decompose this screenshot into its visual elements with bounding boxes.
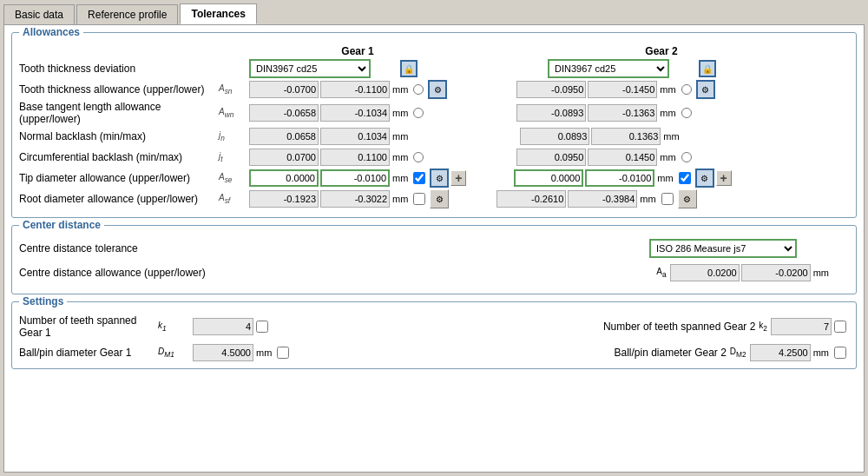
main-content: Allowances Gear 1 Gear 2 Tooth thickness… (3, 24, 865, 473)
g1-rd-gear-btn[interactable]: ⚙ (430, 189, 449, 208)
g2-teeth-checkbox[interactable] (834, 321, 846, 333)
gear-icon-6: ⚙ (683, 195, 691, 204)
g1-td-gear-btn[interactable]: ⚙ (430, 169, 449, 188)
g2-tta-upper[interactable] (516, 81, 586, 98)
g2-td-plus-btn[interactable]: + (716, 170, 732, 186)
g2-tta-radio[interactable] (681, 84, 692, 95)
g1-cb-unit: mm (392, 152, 408, 162)
cd-allowance-sublabel: Aa (656, 267, 666, 279)
g1-ball-input[interactable] (193, 344, 253, 361)
g2-cb-max[interactable] (588, 149, 657, 166)
settings-section: Settings Number of teeth spanned Gear 1 … (11, 301, 857, 369)
g1-cb-min[interactable] (249, 149, 319, 166)
tab-reference-profile[interactable]: Reference profile (76, 4, 178, 24)
tab-basic-data[interactable]: Basic data (3, 4, 75, 24)
g2-ball-checkbox[interactable] (834, 347, 846, 359)
gear-icon-4: ⚙ (700, 174, 708, 183)
g1-nb-unit: mm (392, 131, 408, 142)
g1-td-lower[interactable] (320, 169, 390, 187)
g2-cb-min[interactable] (516, 149, 586, 166)
g2-btl-unit: mm (660, 108, 675, 118)
tip-diameter-label: Tip diameter allowance (upper/lower) (19, 172, 219, 184)
tooth-thickness-deviation-row: Tooth thickness deviation DIN3967 cd25 🔒… (19, 59, 849, 78)
lock-symbol-2: 🔒 (702, 64, 713, 74)
root-diameter-label: Root diameter allowance (upper/lower) (19, 193, 219, 205)
gear2-header: Gear 2 (553, 45, 770, 57)
g1-btl-radio[interactable] (413, 108, 424, 118)
g1-btl-lower[interactable] (320, 104, 390, 122)
g1-tta-lower[interactable] (320, 81, 390, 98)
cd-allowance-lower[interactable] (741, 264, 811, 281)
g2-ball-input[interactable] (750, 344, 811, 361)
g2-cb-radio[interactable] (681, 152, 692, 162)
g2-td-unit: mm (657, 173, 673, 183)
g1-rd-checkbox[interactable] (413, 193, 425, 205)
g1-tta-radio[interactable] (413, 84, 424, 95)
g1-nb-max[interactable] (320, 128, 390, 145)
gear1-deviation-dropdown[interactable]: DIN3967 cd25 (249, 59, 371, 78)
g2-td-lower[interactable] (585, 169, 654, 187)
g1-ball-checkbox[interactable] (277, 347, 289, 359)
tab-bar: Basic data Reference profile Tolerances (0, 0, 868, 24)
g1-rd-unit: mm (392, 194, 408, 204)
g1-tta-gear-btn[interactable]: ⚙ (428, 80, 447, 99)
g1-cb-radio[interactable] (413, 152, 424, 162)
g1-nb-min[interactable] (249, 128, 319, 145)
g2-nb-max[interactable] (591, 128, 661, 145)
g2-nb-unit: mm (663, 131, 679, 142)
g1-cb-max[interactable] (320, 149, 390, 166)
gear2-deviation-dropdown[interactable]: DIN3967 cd25 (548, 59, 669, 78)
settings-title: Settings (19, 295, 67, 307)
g1-teeth-input[interactable] (193, 318, 253, 335)
gear-icon-2: ⚙ (701, 85, 709, 95)
g2-btl-lower[interactable] (588, 104, 657, 122)
g2-teeth-input[interactable] (771, 318, 832, 335)
gear-icon: ⚙ (434, 85, 442, 95)
base-tangent-label: Base tangent length allowance (upper/low… (19, 101, 219, 125)
root-diameter-row: Root diameter allowance (upper/lower) As… (19, 189, 849, 208)
cd-tolerance-row: Centre distance tolerance ISO 286 Measur… (19, 238, 849, 259)
cd-allowance-upper[interactable] (670, 264, 740, 281)
g1-tta-upper[interactable] (249, 81, 319, 98)
tip-diameter-row: Tip diameter allowance (upper/lower) Ase… (19, 169, 849, 188)
g2-rd-checkbox[interactable] (661, 193, 674, 205)
g2-rd-lower[interactable] (568, 190, 637, 208)
g1-btl-upper[interactable] (249, 104, 319, 122)
g2-tta-lower[interactable] (588, 81, 657, 98)
cd-allowance-label: Centre distance allowance (upper/lower) (19, 267, 210, 279)
g2-rd-unit: mm (640, 194, 655, 204)
cd-tolerance-label: Centre distance tolerance (19, 242, 210, 255)
g2-td-upper[interactable] (514, 169, 583, 187)
g1-td-checkbox[interactable] (413, 172, 425, 184)
g2-teeth-label: Number of teeth spanned Gear 2 (603, 321, 755, 333)
cd-allowance-row: Centre distance allowance (upper/lower) … (19, 262, 849, 283)
g2-btl-upper[interactable] (516, 104, 586, 122)
tooth-thickness-allowance-sublabel: Asn (219, 83, 249, 96)
tip-diameter-sublabel: Ase (219, 172, 249, 184)
tooth-thickness-allowance-row: Tooth thickness allowance (upper/lower) … (19, 80, 849, 99)
gear2-lock-icon[interactable]: 🔒 (699, 60, 716, 77)
tab-tolerances[interactable]: Tolerances (180, 3, 256, 24)
g1-rd-lower[interactable] (320, 190, 390, 208)
cd-allowance-unit: mm (813, 268, 829, 278)
gear1-lock-icon[interactable]: 🔒 (400, 60, 418, 77)
root-diameter-sublabel: Asf (219, 193, 249, 205)
g1-td-upper[interactable] (249, 169, 319, 187)
g2-td-gear-btn[interactable]: ⚙ (695, 169, 714, 188)
g1-rd-upper[interactable] (249, 190, 319, 208)
g2-td-checkbox[interactable] (679, 172, 691, 184)
g2-rd-upper[interactable] (496, 190, 566, 208)
normal-backlash-label: Normal backlash (min/max) (19, 130, 219, 142)
g1-td-unit: mm (392, 173, 408, 183)
g2-cb-unit: mm (660, 152, 675, 162)
cd-tolerance-dropdown[interactable]: ISO 286 Measure js7 (649, 239, 797, 258)
g2-tta-gear-btn[interactable]: ⚙ (696, 80, 715, 99)
g2-btl-radio[interactable] (681, 108, 692, 118)
g1-td-plus-btn[interactable]: + (450, 170, 466, 186)
allowances-title: Allowances (19, 26, 83, 38)
g1-ball-label: Ball/pin diameter Gear 1 (19, 347, 158, 359)
circ-backlash-label: Circumferential backlash (min/max) (19, 151, 219, 163)
g1-teeth-checkbox[interactable] (256, 321, 268, 333)
g2-rd-gear-btn[interactable]: ⚙ (678, 189, 697, 208)
g2-nb-min[interactable] (520, 128, 589, 145)
